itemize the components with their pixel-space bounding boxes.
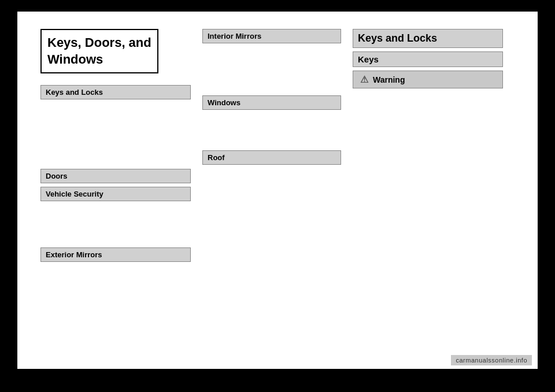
watermark: carmanualssonline.info: [451, 355, 532, 365]
right-column: Keys and Locks Keys ⚠ Warning: [353, 29, 503, 88]
warning-box: ⚠ Warning: [353, 71, 503, 88]
page: Keys, Doors, and Windows Keys and Locks …: [17, 12, 538, 369]
nav-item-windows[interactable]: Windows: [202, 95, 341, 110]
main-title: Keys, Doors, and Windows: [40, 29, 158, 73]
content: Keys, Doors, and Windows Keys and Locks …: [17, 12, 538, 369]
nav-item-roof[interactable]: Roof: [202, 150, 341, 165]
right-section-title: Keys and Locks: [353, 29, 503, 48]
warning-icon: ⚠: [360, 74, 368, 85]
nav-item-exterior-mirrors[interactable]: Exterior Mirrors: [40, 247, 191, 262]
warning-label: Warning: [373, 75, 405, 84]
nav-item-keys-locks[interactable]: Keys and Locks: [40, 85, 191, 99]
nav-item-doors[interactable]: Doors: [40, 169, 191, 183]
left-column: Keys, Doors, and Windows Keys and Locks …: [40, 29, 191, 262]
right-sub-title: Keys: [353, 51, 503, 67]
nav-item-interior-mirrors[interactable]: Interior Mirrors: [202, 29, 341, 43]
nav-item-vehicle-security[interactable]: Vehicle Security: [40, 187, 191, 201]
mid-column: Interior Mirrors Windows Roof: [202, 29, 341, 165]
